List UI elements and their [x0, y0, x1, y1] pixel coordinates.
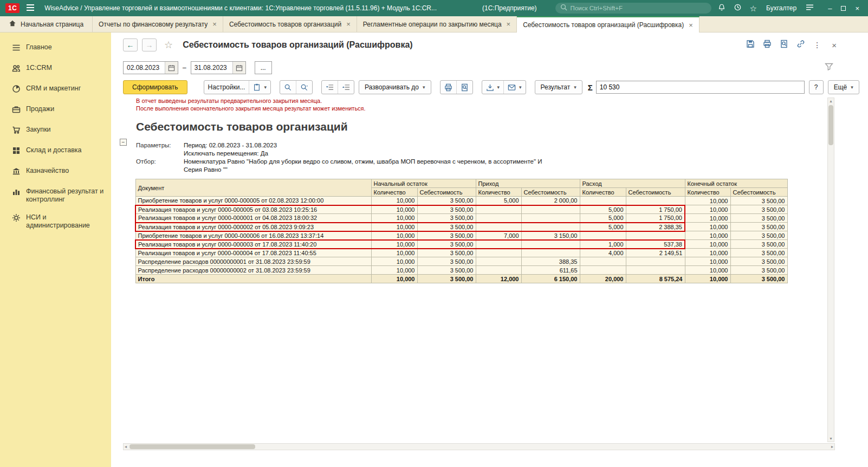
people-icon: [12, 64, 21, 75]
doc-cell[interactable]: Реализация товаров и услуг 0000-000005 о…: [135, 205, 371, 214]
table-row-highlighted[interactable]: Реализация товаров и услуг 0000-000002 о…: [135, 223, 787, 231]
tab-month-closing[interactable]: Регламентные операции по закрытию месяца…: [357, 16, 517, 32]
sidebar-item-purchases[interactable]: Закупки: [0, 121, 111, 141]
doc-cell[interactable]: Реализация товаров и услуг 0000-000002 о…: [135, 223, 371, 231]
search-input[interactable]: [571, 5, 707, 11]
maximize-button[interactable]: [841, 6, 846, 11]
doc-cell[interactable]: Приобретение товаров и услуг 0000-000005…: [135, 197, 371, 205]
table-row[interactable]: Приобретение товаров и услуг 0000-000006…: [135, 231, 787, 240]
doc-cell[interactable]: Реализация товаров и услуг 0000-000004 о…: [135, 249, 371, 257]
favorites-star-icon[interactable]: ☆: [750, 4, 757, 12]
sum-field[interactable]: [596, 81, 805, 94]
favorite-star-icon[interactable]: ☆: [164, 39, 173, 51]
tab-close-icon[interactable]: ×: [346, 20, 351, 28]
date-from-input[interactable]: [124, 64, 165, 72]
table-row[interactable]: Реализация товаров и услуг 0000-000004 о…: [135, 249, 787, 257]
notifications-bell-icon[interactable]: [718, 3, 726, 13]
save-report-button[interactable]: ▾: [482, 81, 504, 94]
back-button[interactable]: ←: [123, 38, 138, 51]
table-row[interactable]: Приобретение товаров и услуг 0000-000005…: [135, 197, 787, 205]
sidebar-item-treasury[interactable]: Казначейство: [0, 162, 111, 183]
table-row-highlighted[interactable]: Реализация товаров и услуг 0000-000005 о…: [135, 205, 787, 214]
table-row-highlighted[interactable]: Реализация товаров и услуг 0000-000003 о…: [135, 240, 787, 249]
print-icon[interactable]: [763, 40, 772, 50]
report-variants-button[interactable]: ▾: [249, 81, 270, 94]
get-link-icon[interactable]: [796, 40, 805, 50]
scroll-right-icon[interactable]: ▸: [830, 444, 834, 450]
more-menu-icon[interactable]: ⋮: [813, 41, 821, 49]
print-preview-button[interactable]: [456, 81, 472, 94]
table-row-highlighted[interactable]: Реализация товаров и услуг 0000-000001 о…: [135, 214, 787, 223]
tab-close-icon[interactable]: ×: [507, 20, 511, 28]
period-more-button[interactable]: ...: [255, 61, 272, 74]
expand-levels-button[interactable]: [338, 81, 354, 94]
more-button[interactable]: Ещё ▾: [828, 80, 859, 94]
user-name[interactable]: Бухгалтер: [766, 4, 796, 12]
vertical-scrollbar[interactable]: ▴ ▾: [827, 98, 834, 442]
horizontal-scroll-thumb[interactable]: [129, 444, 255, 449]
sidebar-item-crm-marketing[interactable]: CRM и маркетинг: [0, 80, 111, 100]
page-title: Себестоимость товаров организаций (Расши…: [183, 40, 742, 50]
tab-reports-finresult[interactable]: Отчеты по финансовому результату ×: [93, 16, 223, 32]
global-search[interactable]: [555, 3, 711, 14]
history-icon[interactable]: [734, 3, 742, 13]
window-close-button[interactable]: ×: [855, 4, 859, 12]
col-group-opening: Начальный остаток: [371, 179, 476, 188]
col-cost: Себестоимость: [730, 188, 787, 197]
result-button[interactable]: Результат ▾: [535, 80, 582, 94]
sidebar-item-finresult[interactable]: Финансовый результат и контроллинг: [0, 183, 111, 209]
horizontal-scrollbar[interactable]: ◂ ▸: [123, 443, 835, 450]
sidebar-item-1c-crm[interactable]: 1С:CRM: [0, 59, 111, 80]
sidebar-item-sales[interactable]: Продажи: [0, 100, 111, 121]
table-total-row[interactable]: Итого 10,0003 500,00 12,0006 150,00 20,0…: [135, 275, 787, 283]
print-preview-icon[interactable]: [780, 40, 788, 50]
doc-cell[interactable]: Распределение расходов 00000000001 от 31…: [135, 257, 371, 266]
tab-cost-of-goods[interactable]: Себестоимость товаров организаций ×: [223, 16, 357, 32]
bank-icon: [12, 167, 21, 178]
forward-button[interactable]: →: [142, 38, 157, 51]
print-button[interactable]: [441, 81, 456, 94]
help-button[interactable]: ?: [809, 80, 824, 94]
expand-to-button[interactable]: Разворачивать до ▾: [359, 80, 431, 94]
sidebar-item-main[interactable]: Главное: [0, 38, 111, 59]
save-icon[interactable]: [746, 40, 755, 50]
minimize-button[interactable]: –: [828, 4, 832, 12]
table-row[interactable]: Распределение расходов 00000000001 от 31…: [135, 257, 787, 266]
table-row[interactable]: Распределение расходов 00000000002 от 31…: [135, 266, 787, 275]
sidebar-item-warehouse[interactable]: Склад и доставка: [0, 141, 111, 162]
quick-menu-icon[interactable]: [806, 4, 814, 12]
sidebar-item-label: Главное: [26, 43, 52, 51]
calendar-icon[interactable]: [232, 62, 245, 74]
table-header-groups: Документ Начальный остаток Приход Расход…: [135, 179, 787, 188]
find-next-button[interactable]: [296, 81, 312, 94]
gear-icon: [12, 213, 21, 224]
settings-button[interactable]: Настройки...: [204, 81, 249, 94]
close-form-button[interactable]: ×: [832, 41, 837, 50]
scroll-left-icon[interactable]: ◂: [124, 444, 128, 450]
calendar-icon[interactable]: [165, 62, 178, 74]
scroll-down-icon[interactable]: ▾: [828, 436, 833, 442]
filter-funnel-icon[interactable]: [825, 63, 833, 73]
filter-line-1: Номенклатура Равно "Набор для уборки вед…: [184, 158, 844, 165]
send-email-button[interactable]: ▾: [503, 81, 526, 94]
collapse-levels-button[interactable]: [322, 81, 338, 94]
scroll-up-icon[interactable]: ▴: [828, 98, 833, 104]
total-label-cell[interactable]: Итого: [135, 275, 371, 283]
home-button[interactable]: Начальная страница: [0, 16, 93, 32]
vertical-scroll-thumb[interactable]: [828, 105, 833, 145]
tab-close-icon[interactable]: ×: [689, 21, 693, 29]
sidebar-item-label: Казначейство: [26, 167, 69, 175]
tab-close-icon[interactable]: ×: [212, 20, 217, 28]
doc-cell[interactable]: Приобретение товаров и услуг 0000-000006…: [135, 231, 371, 240]
doc-cell[interactable]: Реализация товаров и услуг 0000-000003 о…: [135, 240, 371, 249]
sidebar-item-label: НСИ и администрирование: [26, 213, 105, 230]
sidebar-item-nsi-admin[interactable]: НСИ и администрирование: [0, 209, 111, 235]
doc-cell[interactable]: Распределение расходов 00000000002 от 31…: [135, 266, 371, 275]
find-button[interactable]: [280, 81, 296, 94]
main-menu-icon[interactable]: [26, 4, 35, 13]
tab-cost-of-goods-detail[interactable]: Себестоимость товаров организаций (Расши…: [517, 16, 699, 33]
tab-label: Себестоимость товаров организаций (Расши…: [523, 21, 684, 29]
date-to-input[interactable]: [191, 64, 232, 72]
generate-button[interactable]: Сформировать: [123, 80, 187, 94]
doc-cell[interactable]: Реализация товаров и услуг 0000-000001 о…: [135, 214, 371, 223]
